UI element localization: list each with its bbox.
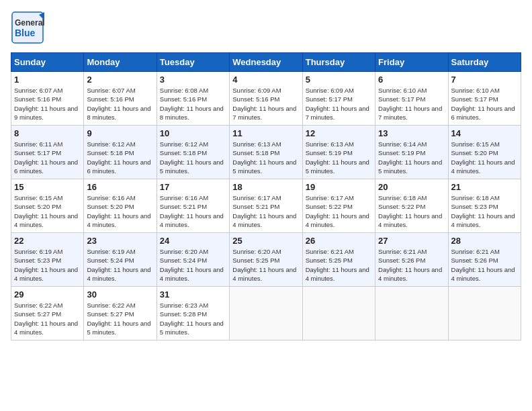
- calendar-day-cell: 27 Sunrise: 6:21 AM Sunset: 5:26 PM Dayl…: [375, 233, 448, 287]
- day-info: Sunrise: 6:18 AM Sunset: 5:23 PM Dayligh…: [451, 193, 518, 229]
- calendar-day-cell: 8 Sunrise: 6:11 AM Sunset: 5:17 PM Dayli…: [11, 126, 84, 179]
- day-number: 3: [160, 75, 226, 85]
- calendar-day-cell: 28 Sunrise: 6:21 AM Sunset: 5:26 PM Dayl…: [448, 233, 521, 287]
- day-number: 9: [87, 128, 153, 138]
- calendar-table: SundayMondayTuesdayWednesdayThursdayFrid…: [11, 52, 521, 340]
- calendar-day-cell: 15 Sunrise: 6:15 AM Sunset: 5:20 PM Dayl…: [11, 179, 84, 233]
- day-number: 29: [14, 289, 81, 300]
- day-info: Sunrise: 6:15 AM Sunset: 5:20 PM Dayligh…: [14, 193, 81, 229]
- weekday-cell: Saturday: [448, 53, 521, 72]
- calendar-day-cell: 22 Sunrise: 6:19 AM Sunset: 5:23 PM Dayl…: [11, 233, 84, 287]
- day-number: 28: [451, 236, 518, 246]
- day-info: Sunrise: 6:20 AM Sunset: 5:25 PM Dayligh…: [232, 247, 299, 283]
- logo-graphic: General Blue: [11, 11, 44, 44]
- calendar-day-cell: 26 Sunrise: 6:21 AM Sunset: 5:25 PM Dayl…: [302, 233, 375, 287]
- day-number: 1: [14, 75, 81, 85]
- day-info: Sunrise: 6:07 AM Sunset: 5:16 PM Dayligh…: [14, 86, 81, 122]
- svg-text:Blue: Blue: [15, 28, 36, 38]
- day-number: 12: [306, 128, 372, 138]
- day-info: Sunrise: 6:18 AM Sunset: 5:22 PM Dayligh…: [378, 193, 445, 229]
- calendar-day-cell: 1 Sunrise: 6:07 AM Sunset: 5:16 PM Dayli…: [11, 72, 84, 126]
- calendar-day-cell: 3 Sunrise: 6:08 AM Sunset: 5:16 PM Dayli…: [157, 72, 229, 126]
- weekday-cell: Thursday: [302, 53, 375, 72]
- day-number: 6: [378, 75, 445, 85]
- day-number: 8: [14, 128, 81, 138]
- day-number: 14: [451, 128, 518, 138]
- calendar-day-cell: 23 Sunrise: 6:19 AM Sunset: 5:24 PM Dayl…: [84, 233, 157, 287]
- day-info: Sunrise: 6:11 AM Sunset: 5:17 PM Dayligh…: [14, 140, 81, 175]
- calendar-week-row: 22 Sunrise: 6:19 AM Sunset: 5:23 PM Dayl…: [11, 233, 521, 287]
- calendar-day-cell: 12 Sunrise: 6:13 AM Sunset: 5:19 PM Dayl…: [302, 126, 375, 179]
- day-number: 16: [87, 182, 153, 192]
- day-info: Sunrise: 6:13 AM Sunset: 5:19 PM Dayligh…: [306, 140, 372, 175]
- day-number: 23: [87, 236, 153, 246]
- day-info: Sunrise: 6:19 AM Sunset: 5:24 PM Dayligh…: [87, 247, 153, 283]
- svg-text:General: General: [15, 18, 44, 28]
- day-number: 20: [378, 182, 445, 192]
- day-info: Sunrise: 6:08 AM Sunset: 5:16 PM Dayligh…: [160, 86, 226, 122]
- day-number: 31: [160, 289, 226, 300]
- weekday-cell: Wednesday: [230, 53, 302, 72]
- day-number: 21: [451, 182, 518, 192]
- day-number: 26: [306, 236, 372, 246]
- day-info: Sunrise: 6:12 AM Sunset: 5:18 PM Dayligh…: [87, 140, 153, 175]
- calendar-day-cell: 7 Sunrise: 6:10 AM Sunset: 5:17 PM Dayli…: [448, 72, 521, 126]
- calendar-day-cell: 21 Sunrise: 6:18 AM Sunset: 5:23 PM Dayl…: [448, 179, 521, 233]
- calendar-week-row: 8 Sunrise: 6:11 AM Sunset: 5:17 PM Dayli…: [11, 126, 521, 179]
- calendar-day-cell: 16 Sunrise: 6:16 AM Sunset: 5:20 PM Dayl…: [84, 179, 157, 233]
- calendar-day-cell: 18 Sunrise: 6:17 AM Sunset: 5:21 PM Dayl…: [230, 179, 302, 233]
- day-info: Sunrise: 6:21 AM Sunset: 5:25 PM Dayligh…: [306, 247, 372, 283]
- calendar-day-cell: 13 Sunrise: 6:14 AM Sunset: 5:19 PM Dayl…: [375, 126, 448, 179]
- calendar-day-cell: 29 Sunrise: 6:22 AM Sunset: 5:27 PM Dayl…: [11, 287, 84, 340]
- calendar-day-cell: 19 Sunrise: 6:17 AM Sunset: 5:22 PM Dayl…: [302, 179, 375, 233]
- day-info: Sunrise: 6:15 AM Sunset: 5:20 PM Dayligh…: [451, 140, 518, 175]
- day-info: Sunrise: 6:07 AM Sunset: 5:16 PM Dayligh…: [87, 86, 153, 122]
- calendar-day-cell: 2 Sunrise: 6:07 AM Sunset: 5:16 PM Dayli…: [84, 72, 157, 126]
- day-info: Sunrise: 6:14 AM Sunset: 5:19 PM Dayligh…: [378, 140, 445, 175]
- day-number: 15: [14, 182, 81, 192]
- day-number: 2: [87, 75, 153, 85]
- day-number: 25: [232, 236, 299, 246]
- calendar-day-cell: [375, 287, 448, 340]
- day-info: Sunrise: 6:22 AM Sunset: 5:27 PM Dayligh…: [87, 301, 153, 336]
- day-number: 7: [451, 75, 518, 85]
- day-info: Sunrise: 6:19 AM Sunset: 5:23 PM Dayligh…: [14, 247, 81, 283]
- calendar-day-cell: 9 Sunrise: 6:12 AM Sunset: 5:18 PM Dayli…: [84, 126, 157, 179]
- calendar-week-row: 1 Sunrise: 6:07 AM Sunset: 5:16 PM Dayli…: [11, 72, 521, 126]
- calendar-day-cell: 6 Sunrise: 6:10 AM Sunset: 5:17 PM Dayli…: [375, 72, 448, 126]
- day-number: 11: [232, 128, 299, 138]
- day-number: 17: [160, 182, 226, 192]
- day-number: 5: [306, 75, 372, 85]
- calendar-day-cell: 17 Sunrise: 6:16 AM Sunset: 5:21 PM Dayl…: [157, 179, 229, 233]
- logo: General Blue: [11, 11, 48, 47]
- day-info: Sunrise: 6:23 AM Sunset: 5:28 PM Dayligh…: [160, 301, 226, 336]
- calendar-day-cell: 4 Sunrise: 6:09 AM Sunset: 5:16 PM Dayli…: [230, 72, 302, 126]
- calendar-week-row: 29 Sunrise: 6:22 AM Sunset: 5:27 PM Dayl…: [11, 287, 521, 340]
- day-info: Sunrise: 6:22 AM Sunset: 5:27 PM Dayligh…: [14, 301, 81, 336]
- page-header: General Blue: [11, 11, 521, 47]
- calendar-day-cell: 30 Sunrise: 6:22 AM Sunset: 5:27 PM Dayl…: [84, 287, 157, 340]
- day-number: 10: [160, 128, 226, 138]
- day-info: Sunrise: 6:16 AM Sunset: 5:20 PM Dayligh…: [87, 193, 153, 229]
- day-info: Sunrise: 6:10 AM Sunset: 5:17 PM Dayligh…: [451, 86, 518, 122]
- weekday-cell: Sunday: [11, 53, 84, 72]
- calendar-day-cell: 10 Sunrise: 6:12 AM Sunset: 5:18 PM Dayl…: [157, 126, 229, 179]
- day-number: 22: [14, 236, 81, 246]
- day-info: Sunrise: 6:09 AM Sunset: 5:16 PM Dayligh…: [232, 86, 299, 122]
- calendar-day-cell: 11 Sunrise: 6:13 AM Sunset: 5:18 PM Dayl…: [230, 126, 302, 179]
- day-info: Sunrise: 6:17 AM Sunset: 5:22 PM Dayligh…: [306, 193, 372, 229]
- calendar-day-cell: 5 Sunrise: 6:09 AM Sunset: 5:17 PM Dayli…: [302, 72, 375, 126]
- day-number: 4: [232, 75, 299, 85]
- weekday-header-row: SundayMondayTuesdayWednesdayThursdayFrid…: [11, 53, 521, 72]
- weekday-cell: Friday: [375, 53, 448, 72]
- day-info: Sunrise: 6:20 AM Sunset: 5:24 PM Dayligh…: [160, 247, 226, 283]
- day-info: Sunrise: 6:16 AM Sunset: 5:21 PM Dayligh…: [160, 193, 226, 229]
- calendar-day-cell: 25 Sunrise: 6:20 AM Sunset: 5:25 PM Dayl…: [230, 233, 302, 287]
- day-info: Sunrise: 6:09 AM Sunset: 5:17 PM Dayligh…: [306, 86, 372, 122]
- calendar-day-cell: [302, 287, 375, 340]
- weekday-cell: Tuesday: [157, 53, 229, 72]
- day-info: Sunrise: 6:13 AM Sunset: 5:18 PM Dayligh…: [232, 140, 299, 175]
- calendar-day-cell: 14 Sunrise: 6:15 AM Sunset: 5:20 PM Dayl…: [448, 126, 521, 179]
- day-number: 27: [378, 236, 445, 246]
- day-info: Sunrise: 6:10 AM Sunset: 5:17 PM Dayligh…: [378, 86, 445, 122]
